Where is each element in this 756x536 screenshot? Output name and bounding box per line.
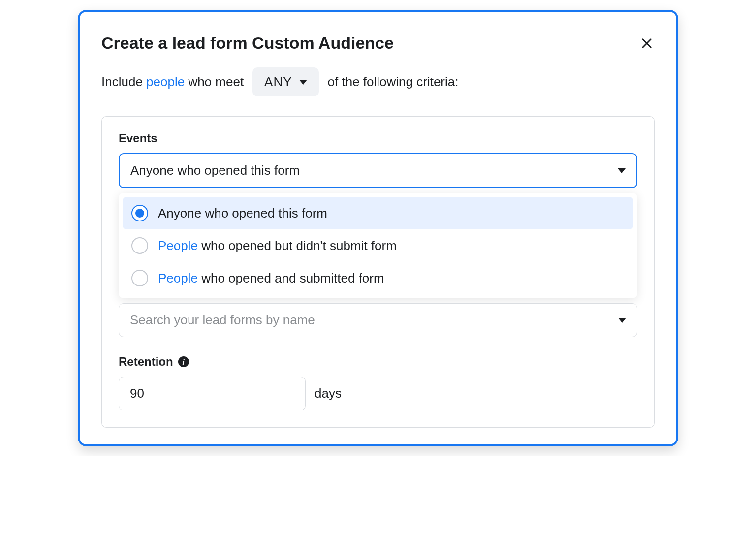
modal-header: Create a lead form Custom Audience xyxy=(101,33,655,53)
match-mode-dropdown[interactable]: ANY xyxy=(252,67,318,96)
chevron-down-icon xyxy=(618,318,626,323)
criteria-card: Events Anyone who opened this form Anyon… xyxy=(101,116,655,428)
people-link: People xyxy=(158,271,198,285)
close-button[interactable] xyxy=(639,35,655,51)
option-label: Anyone who opened this form xyxy=(158,206,327,221)
lead-forms-placeholder: Search your lead forms by name xyxy=(130,313,315,328)
events-dropdown-panel: Anyone who opened this form People who o… xyxy=(119,193,637,298)
radio-icon xyxy=(131,270,148,286)
info-icon[interactable]: i xyxy=(178,356,189,367)
chevron-down-icon xyxy=(618,168,626,173)
events-option[interactable]: Anyone who opened this form xyxy=(123,197,633,229)
close-icon xyxy=(640,36,654,50)
lead-forms-search[interactable]: Search your lead forms by name xyxy=(119,303,637,337)
events-option[interactable]: People who opened and submitted form xyxy=(123,262,633,294)
retention-label: Retention i xyxy=(119,355,637,369)
events-label: Events xyxy=(119,131,637,145)
retention-row: days xyxy=(119,377,637,410)
radio-icon xyxy=(131,205,148,221)
retention-unit: days xyxy=(315,386,342,401)
option-label: People who opened but didn't submit form xyxy=(158,238,397,253)
chevron-down-icon xyxy=(299,80,307,85)
match-mode-label: ANY xyxy=(264,74,292,90)
modal-title: Create a lead form Custom Audience xyxy=(101,33,394,53)
events-selected-value: Anyone who opened this form xyxy=(130,163,300,178)
events-dropdown[interactable]: Anyone who opened this form xyxy=(119,153,637,188)
retention-input[interactable] xyxy=(119,377,306,410)
people-link[interactable]: people xyxy=(146,74,185,89)
criteria-text-right: of the following criteria: xyxy=(328,74,459,90)
option-label: People who opened and submitted form xyxy=(158,271,384,286)
radio-icon xyxy=(131,237,148,254)
criteria-text-left: Include people who meet xyxy=(101,74,244,90)
create-audience-modal: Create a lead form Custom Audience Inclu… xyxy=(78,10,678,446)
people-link: People xyxy=(158,238,198,253)
events-option[interactable]: People who opened but didn't submit form xyxy=(123,229,633,262)
criteria-sentence: Include people who meet ANY of the follo… xyxy=(101,67,655,96)
